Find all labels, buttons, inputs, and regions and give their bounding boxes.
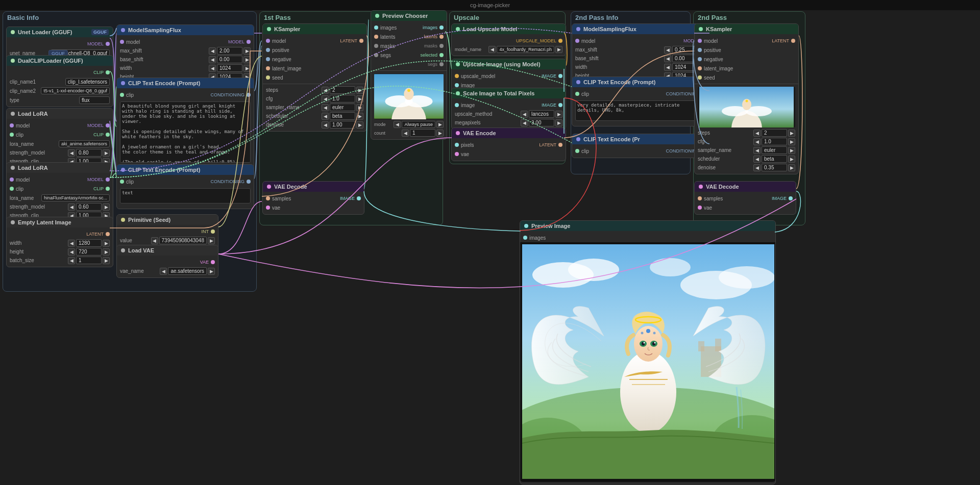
- clip-encode2-header[interactable]: CLIP Text Encode (Prompt): [117, 165, 254, 175]
- clip1-value[interactable]: clip_l.safetensors: [65, 78, 110, 86]
- vae-encode-header[interactable]: VAE Encode: [452, 128, 566, 138]
- ks2-steps-inc[interactable]: ▶: [788, 130, 795, 137]
- batch-dec[interactable]: ◀: [68, 257, 75, 264]
- ks1-steps-dec[interactable]: ◀: [322, 87, 329, 94]
- ks1-sampler-inc[interactable]: ▶: [356, 104, 363, 111]
- msf1-width-inc[interactable]: ▶: [243, 65, 251, 72]
- sp-megapixels-val[interactable]: 3.00: [529, 119, 554, 126]
- lora1-name-value[interactable]: aki_anime.safetensors: [59, 140, 110, 147]
- ks2-scheduler-dec[interactable]: ◀: [753, 156, 761, 163]
- ksampler2-header[interactable]: KSampler: [695, 24, 798, 34]
- ks2-scheduler-inc[interactable]: ▶: [788, 156, 795, 163]
- ks1-scheduler-val[interactable]: beta: [330, 112, 355, 120]
- load-lora1-header[interactable]: Load LoRA: [7, 109, 113, 119]
- clip-encode1-header[interactable]: CLIP Text Encode (Prompt): [117, 78, 254, 88]
- height-dec[interactable]: ◀: [68, 248, 75, 256]
- batch-val[interactable]: 1: [76, 257, 102, 264]
- seed-inc[interactable]: ▶: [208, 237, 215, 244]
- pc-mode-inc[interactable]: ▶: [436, 121, 444, 128]
- empty-latent-header[interactable]: Empty Latent Image: [7, 217, 113, 227]
- msf1-baseshift-dec[interactable]: ◀: [209, 56, 216, 63]
- vae-name-inc[interactable]: ▶: [208, 268, 215, 275]
- preview-image-header[interactable]: Preview Image: [520, 221, 775, 231]
- msf2-maxshift-dec[interactable]: ◀: [664, 46, 671, 54]
- sp-method-inc[interactable]: ▶: [555, 111, 562, 118]
- msf1-header[interactable]: ModelSamplingFlux: [117, 25, 254, 35]
- ks1-steps-val[interactable]: 2: [330, 86, 355, 94]
- ks1-scheduler-dec[interactable]: ◀: [322, 113, 329, 120]
- ks2-steps-val[interactable]: 2: [762, 129, 787, 137]
- ks2-sampler-val[interactable]: euler: [762, 146, 787, 154]
- ks1-denoise-inc[interactable]: ▶: [356, 121, 363, 129]
- ks1-scheduler-inc[interactable]: ▶: [356, 113, 363, 120]
- width-inc[interactable]: ▶: [103, 240, 110, 247]
- msf2-header[interactable]: ModelSamplingFlux: [572, 24, 709, 34]
- sp-megapixels-inc[interactable]: ▶: [555, 119, 562, 126]
- msf1-baseshift-val[interactable]: 0.00: [217, 56, 242, 63]
- upscale-model-inc[interactable]: ▶: [555, 46, 562, 53]
- height-inc[interactable]: ▶: [103, 248, 110, 256]
- ks2-cfg-val[interactable]: 1.0: [762, 138, 787, 145]
- msf1-maxshift-val[interactable]: 2.00: [217, 47, 242, 55]
- msf1-width-val[interactable]: 1024: [217, 64, 242, 72]
- pc-count-dec[interactable]: ◀: [402, 130, 409, 137]
- ks1-sampler-dec[interactable]: ◀: [322, 104, 329, 111]
- ks1-steps-inc[interactable]: ▶: [356, 87, 363, 94]
- clip2-value[interactable]: t5-v1_1-xxl-encoder-Q8_0.gguf: [41, 87, 110, 94]
- width-dec[interactable]: ◀: [68, 240, 75, 247]
- unet-loader-header[interactable]: Unet Loader (GGUF) GGUF: [7, 27, 113, 37]
- seed-dec[interactable]: ◀: [151, 237, 158, 244]
- ks1-cfg-val[interactable]: 1.0: [330, 95, 355, 103]
- load-vae-header[interactable]: Load VAE: [117, 245, 218, 256]
- ks2-cfg-dec[interactable]: ◀: [753, 138, 761, 145]
- vae-decode2-header[interactable]: VAE Decode: [695, 182, 796, 192]
- batch-inc[interactable]: ▶: [103, 257, 110, 264]
- sp-method-dec[interactable]: ◀: [521, 111, 528, 118]
- msf1-maxshift-dec[interactable]: ◀: [209, 47, 216, 55]
- sp-megapixels-dec[interactable]: ◀: [521, 119, 528, 126]
- scale-pixels-header[interactable]: Scale Image to Total Pixels: [452, 88, 566, 98]
- ks1-cfg-dec[interactable]: ◀: [322, 95, 329, 103]
- ks1-denoise-dec[interactable]: ◀: [322, 121, 329, 129]
- seed-val[interactable]: 739450908043048: [159, 237, 207, 244]
- msf1-baseshift-inc[interactable]: ▶: [243, 56, 251, 63]
- ks2-denoise-dec[interactable]: ◀: [753, 164, 761, 171]
- ks2-sampler-dec[interactable]: ◀: [753, 147, 761, 154]
- pc-mode-dec[interactable]: ◀: [394, 121, 401, 128]
- msf1-maxshift-inc[interactable]: ▶: [243, 47, 251, 55]
- primitive-seed-header[interactable]: Primitive (Seed): [117, 215, 218, 225]
- type-value[interactable]: flux: [79, 96, 110, 104]
- ks1-denoise-val[interactable]: 1.00: [330, 121, 355, 129]
- width-val[interactable]: 1280: [76, 239, 102, 247]
- pc-count-inc[interactable]: ▶: [436, 130, 444, 137]
- clip-encode3-header[interactable]: CLIP Text Encode (Prompt): [572, 77, 709, 87]
- clip-encode3-text-input[interactable]: very detailed, masterpiece, intricate de…: [575, 100, 706, 121]
- vae-decode1-header[interactable]: VAE Decode: [263, 182, 364, 192]
- sp-method-val[interactable]: lanczos: [529, 110, 554, 118]
- ks2-denoise-val[interactable]: 0.35: [762, 164, 787, 171]
- clip-encode4-header[interactable]: CLIP Text Encode (Pr: [572, 134, 709, 144]
- lora1-strength-model-val[interactable]: 0.80: [76, 149, 102, 157]
- ks2-scheduler-val[interactable]: beta: [762, 155, 787, 163]
- ks2-denoise-inc[interactable]: ▶: [788, 164, 795, 171]
- pc-count-val[interactable]: 1: [410, 129, 435, 137]
- ks2-steps-dec[interactable]: ◀: [753, 130, 761, 137]
- pc-mode-val[interactable]: Always pause: [402, 121, 435, 128]
- ksampler1-header[interactable]: KSampler: [263, 24, 366, 34]
- height-val[interactable]: 720: [76, 248, 102, 256]
- dual-clip-header[interactable]: DualCLIPLoader (GGUF): [7, 56, 113, 66]
- msf2-width-dec[interactable]: ◀: [664, 64, 671, 71]
- ks2-sampler-inc[interactable]: ▶: [788, 147, 795, 154]
- lora1-strength-model-dec[interactable]: ◀: [68, 149, 75, 157]
- ks2-cfg-inc[interactable]: ▶: [788, 138, 795, 145]
- clip-encode1-text-input[interactable]: A beautiful blond young girl angel knigh…: [120, 101, 251, 163]
- preview-chooser-header[interactable]: Preview Chooser: [371, 11, 447, 21]
- vae-name-val[interactable]: ae.safetensors: [168, 267, 207, 275]
- lora2-strength-model-dec[interactable]: ◀: [68, 203, 75, 211]
- clip-encode2-text-input[interactable]: text: [120, 188, 251, 203]
- load-upscale-header[interactable]: Load Upscale Model: [452, 24, 566, 34]
- lora2-name-value[interactable]: hinaFluxFantasyArmorMix-sc...: [41, 194, 110, 201]
- lora2-strength-model-inc[interactable]: ▶: [103, 203, 110, 211]
- upscale-model-val[interactable]: 4x_foolhardy_Remacri.ph: [497, 46, 554, 53]
- lora1-strength-model-inc[interactable]: ▶: [103, 149, 110, 157]
